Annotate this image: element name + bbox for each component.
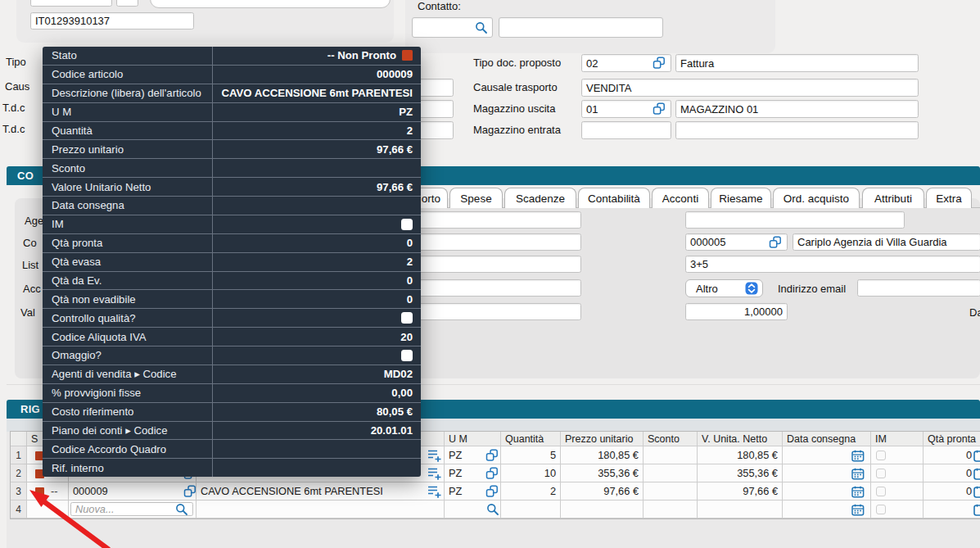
grid-cell-desc[interactable]: CAVO ACCENSIONE 6mt PARENTESI: [196, 482, 445, 500]
grid-cell-im[interactable]: [871, 446, 924, 464]
grid-cell-net[interactable]: 97,66 €: [698, 482, 783, 500]
email-field[interactable]: [857, 279, 980, 297]
bank-name-value: Cariplo Agenzia di Villa Guardia: [797, 236, 947, 248]
tab-acconti[interactable]: Acconti: [652, 188, 709, 208]
grid-cell-qta-pronta[interactable]: [924, 500, 980, 519]
inspector-row-value: [213, 309, 421, 327]
link-icon[interactable]: [653, 102, 666, 115]
grid-cell-sconto[interactable]: [644, 464, 698, 482]
clipped-calendar-icon[interactable]: [973, 504, 980, 517]
grid-cell-im[interactable]: [871, 500, 924, 519]
insert-rows-icon[interactable]: [427, 467, 441, 480]
grid-cell-desc[interactable]: [196, 500, 445, 519]
checkbox-icon[interactable]: [876, 469, 886, 478]
link-icon[interactable]: [485, 449, 499, 462]
inspector-row: Qtà evasa2: [43, 253, 421, 272]
link-icon[interactable]: [183, 485, 197, 498]
doc-row-code-field[interactable]: 01: [581, 100, 671, 118]
calendar-icon[interactable]: [851, 468, 865, 480]
app-background: { "window": { "top_left": { "vat": "IT01…: [0, 0, 980, 548]
contact-name-field[interactable]: [499, 17, 663, 38]
grid-cell-qty[interactable]: 10: [501, 464, 561, 482]
grid-row-number[interactable]: 1: [11, 446, 27, 464]
tab-extra[interactable]: Extra: [926, 188, 972, 208]
bank-code-field[interactable]: 000005: [685, 233, 788, 251]
grid-cell-data-consegna[interactable]: [783, 500, 871, 519]
doc-row-code-field[interactable]: [581, 121, 671, 139]
checkbox-icon[interactable]: [876, 505, 886, 514]
tab-riesame[interactable]: Riesame: [711, 188, 771, 208]
grid-cell-qty[interactable]: 2: [501, 482, 561, 500]
checkbox-icon[interactable]: [876, 487, 886, 496]
doc-row-name-field[interactable]: [675, 121, 919, 139]
grid-cell-qta-pronta[interactable]: 0: [924, 464, 980, 482]
link-icon[interactable]: [769, 236, 783, 249]
grid-cell-qty[interactable]: 5: [501, 446, 561, 464]
grid-cell-um[interactable]: [445, 500, 501, 519]
stepper-icon[interactable]: [745, 282, 758, 295]
clipped-calendar-icon[interactable]: [973, 468, 980, 481]
grid-cell-data-consegna[interactable]: [783, 464, 871, 482]
grid-cell-im[interactable]: [871, 482, 924, 500]
grid-cell-net[interactable]: 355,36 €: [698, 464, 783, 482]
grid-cell-data-consegna[interactable]: [783, 446, 871, 464]
grid-cell-price[interactable]: 97,66 €: [561, 482, 644, 500]
doc-left-label: Caus: [5, 80, 29, 93]
doc-row-wide-field[interactable]: VENDITA: [581, 79, 919, 97]
grid-cell-data-consegna[interactable]: [783, 482, 871, 500]
search-icon[interactable]: [175, 503, 188, 516]
doc-row-code-field[interactable]: 02: [581, 54, 671, 72]
n-prev-field[interactable]: [685, 211, 905, 229]
top-cut-field-1[interactable]: [30, 0, 112, 7]
checkbox-icon[interactable]: [876, 451, 886, 460]
send-mode-popup[interactable]: Altro: [685, 279, 763, 297]
cond-left-stub-field[interactable]: [413, 256, 581, 273]
tab-contabilit-[interactable]: Contabilità: [578, 188, 650, 208]
doc-row-name-field[interactable]: Fattura: [675, 54, 919, 72]
grid-cell-qta-pronta[interactable]: 0: [924, 446, 980, 464]
top-cut-field-2[interactable]: [116, 0, 138, 7]
grid-cell-um[interactable]: PZ: [445, 482, 501, 500]
global-discount-field[interactable]: 3+5: [685, 256, 980, 273]
tab-scadenze[interactable]: Scadenze: [504, 188, 576, 208]
grid-cell-sconto[interactable]: [644, 500, 698, 519]
grid-cell-sconto[interactable]: [644, 446, 698, 464]
insert-rows-icon[interactable]: [427, 485, 441, 498]
contact-search-field[interactable]: [412, 17, 493, 38]
cond-left-stub-field[interactable]: [413, 279, 581, 297]
calendar-icon[interactable]: [851, 486, 865, 498]
search-icon[interactable]: [475, 21, 488, 34]
grid-cell-um[interactable]: PZ: [445, 464, 501, 482]
insert-rows-icon[interactable]: [427, 449, 441, 462]
tab-attributi[interactable]: Attributi: [862, 188, 924, 208]
grid-cell-net[interactable]: [698, 500, 783, 519]
grid-row-number[interactable]: 2: [11, 464, 27, 482]
vat-field[interactable]: IT01293910137: [30, 12, 194, 29]
tab-spese[interactable]: Spese: [449, 188, 503, 208]
calendar-icon[interactable]: [851, 450, 865, 462]
grid-cell-price[interactable]: [561, 500, 644, 519]
tab-ord-acquisto[interactable]: Ord. acquisto: [773, 188, 860, 208]
clipped-calendar-icon[interactable]: [973, 450, 980, 463]
grid-cell-im[interactable]: [871, 464, 924, 482]
link-icon[interactable]: [653, 57, 666, 70]
grid-cell-price[interactable]: 180,85 €: [561, 446, 644, 464]
exchange-field[interactable]: 1,00000: [685, 303, 788, 320]
grid-cell-qty[interactable]: [501, 500, 561, 519]
cond-left-stub-field[interactable]: [413, 233, 581, 251]
bank-name-field[interactable]: Cariplo Agenzia di Villa Guardia: [793, 233, 980, 251]
grid-cell-net[interactable]: 180,85 €: [698, 446, 783, 464]
calendar-icon[interactable]: [851, 504, 865, 516]
clipped-calendar-icon[interactable]: [973, 486, 980, 499]
link-icon[interactable]: [485, 485, 499, 498]
link-icon[interactable]: [485, 467, 499, 480]
grid-cell-um[interactable]: PZ: [445, 446, 501, 464]
cond-left-stub-field[interactable]: [413, 211, 581, 229]
cond-left-stub-field[interactable]: [413, 303, 581, 320]
search-icon[interactable]: [486, 503, 499, 516]
grid-cell-price[interactable]: 355,36 €: [561, 464, 644, 482]
grid-cell-qta-pronta[interactable]: 0: [924, 482, 980, 500]
grid-cell-sconto[interactable]: [644, 482, 698, 500]
top-cut-search-pill[interactable]: [150, 0, 391, 8]
doc-row-name-field[interactable]: MAGAZZINO 01: [675, 100, 919, 118]
